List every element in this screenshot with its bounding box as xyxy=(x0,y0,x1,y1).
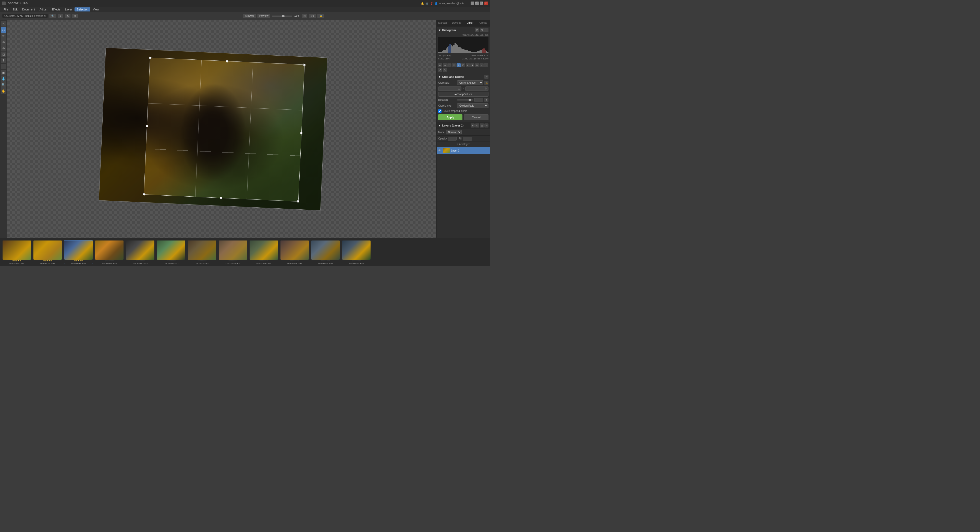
redo-button[interactable]: ↪ xyxy=(443,63,447,67)
layers-header[interactable]: ▼ Layers (Layer 1) ⊞ ⊡ ▤ ⋯ xyxy=(437,122,490,129)
film-item-9[interactable]: 👁 ≡ ☆☆☆☆☆ DSC00294.JPG xyxy=(249,240,278,264)
preview-button[interactable]: Preview xyxy=(258,14,270,18)
canvas-area[interactable] xyxy=(7,20,436,238)
tool-option-10[interactable]: ↗ xyxy=(438,68,442,72)
tool-option-2[interactable]: □ xyxy=(452,63,456,67)
blend-mode-select[interactable]: Normal xyxy=(446,130,462,134)
tab-editor[interactable]: Editor xyxy=(463,20,477,26)
menu-selection[interactable]: Selection xyxy=(75,7,90,11)
tool-option-11[interactable]: ↘ xyxy=(443,68,447,72)
histogram-header[interactable]: ▼ Histogram ⊞ ⊡ ⋯ xyxy=(438,28,488,32)
tab-create[interactable]: Create xyxy=(477,20,490,26)
film-item-11[interactable]: 👁 ≡ ☆☆☆☆☆ DSC00297.JPG xyxy=(311,240,340,264)
delete-pixels-checkbox[interactable] xyxy=(438,110,442,113)
apply-button[interactable]: Apply xyxy=(438,114,463,121)
fullscreen-button[interactable]: ⛶ xyxy=(480,2,484,5)
histogram-tool-1[interactable]: ⊞ xyxy=(475,28,479,32)
refresh-button[interactable]: ↺ xyxy=(58,14,63,18)
brush-tool[interactable]: ✏ xyxy=(1,33,6,39)
film-item-4[interactable]: 👁 ≡ ☆☆☆☆☆ DSC00937.JPG xyxy=(95,240,124,264)
film-item-2[interactable]: 👁 ≡ ★★★★★ DSC00609.JPG xyxy=(33,240,62,264)
fit-button[interactable]: ⊡ xyxy=(302,14,307,18)
text-tool[interactable]: T xyxy=(1,58,6,63)
add-layer-button[interactable]: + Add layer xyxy=(437,142,490,147)
tool-option-1[interactable]: ⬚ xyxy=(447,63,452,67)
crop-rotate-header[interactable]: ▼ Crop and Rotate ⋯ xyxy=(438,75,488,79)
minimize-button[interactable]: ─ xyxy=(471,2,474,5)
image-container[interactable] xyxy=(99,48,328,210)
tool-option-5[interactable]: ✦ xyxy=(466,63,470,67)
film-item-6[interactable]: 👁 ≡ ☆☆☆☆☆ DSC00590.JPG xyxy=(156,240,186,264)
rotation-thumb[interactable] xyxy=(469,99,471,101)
help-icon[interactable]: ❓ xyxy=(430,2,433,5)
crop-rotate-expand[interactable]: ⋯ xyxy=(484,75,488,79)
clone-tool[interactable]: ⊕ xyxy=(1,39,6,45)
rotation-slider[interactable] xyxy=(457,100,473,100)
rotation-reset[interactable]: ↺ xyxy=(484,98,488,102)
film-item-7[interactable]: 👁 ≡ ☆☆☆☆☆ DSC00292.JPG xyxy=(187,240,217,264)
layers-menu[interactable]: ⋯ xyxy=(484,124,488,127)
path-input[interactable] xyxy=(2,14,48,18)
healing-tool[interactable]: ⊛ xyxy=(1,45,6,51)
menu-file[interactable]: File xyxy=(2,7,10,11)
crop-marks-select[interactable]: Golden Ratio xyxy=(457,103,488,108)
film-item-3[interactable]: 👁 ≡ ★★★★★ DSC09914.JPG xyxy=(64,240,93,264)
crop-ratio-lock[interactable]: 🔒 xyxy=(484,81,488,85)
eraser-tool[interactable]: ◻ xyxy=(1,51,6,57)
search-button[interactable]: 🔍 xyxy=(49,14,56,18)
gradient-tool[interactable]: ▣ xyxy=(1,70,6,76)
menu-effects[interactable]: Effects xyxy=(50,7,62,11)
cancel-button[interactable]: Cancel xyxy=(464,114,489,121)
tool-option-7[interactable]: ⊛ xyxy=(475,63,479,67)
film-item-10[interactable]: 👁 ≡ ☆☆☆☆☆ DSC00296.JPG xyxy=(280,240,309,264)
lock-button[interactable]: 🔒 xyxy=(318,14,324,18)
layer-item[interactable]: 👁 Layer 1 xyxy=(437,147,490,154)
cart-icon[interactable]: 🛒 xyxy=(425,2,428,5)
layers-tool-3[interactable]: ▤ xyxy=(480,124,484,127)
notification-icon[interactable]: 🔔 xyxy=(421,2,424,5)
undo-button[interactable]: ↩ xyxy=(438,63,442,67)
grid-button[interactable]: ⊞ xyxy=(72,14,78,18)
menu-edit[interactable]: Edit xyxy=(11,7,20,11)
histogram-menu[interactable]: ⋯ xyxy=(484,28,488,32)
cursor-tool[interactable]: ↖ xyxy=(1,21,6,27)
width-input[interactable] xyxy=(438,86,461,91)
tab-develop[interactable]: Develop xyxy=(450,20,463,26)
opacity-input[interactable]: 100 xyxy=(448,137,457,141)
menu-adjust[interactable]: Adjust xyxy=(38,7,49,11)
height-input[interactable] xyxy=(465,86,488,91)
tool-option-6[interactable]: ◈ xyxy=(470,63,474,67)
film-item-12[interactable]: 👁 ≡ ☆☆☆☆☆ DSC00298.JPG xyxy=(342,240,371,264)
tool-option-4[interactable]: ⊡ xyxy=(461,63,465,67)
eyedropper-tool[interactable]: 💧 xyxy=(1,76,6,82)
film-item-8[interactable]: 👁 ≡ ☆☆☆☆☆ DSC00293.JPG xyxy=(218,240,248,264)
rotation-value[interactable]: 2.6 xyxy=(474,98,484,102)
swap-values-button[interactable]: ⇄ Swap Values xyxy=(438,92,488,97)
menu-layer[interactable]: Layer xyxy=(63,7,74,11)
tool-option-3[interactable]: ⊞ xyxy=(457,63,461,67)
zoom-tool[interactable]: 🔍 xyxy=(1,82,6,88)
film-item-5[interactable]: 👁 ≡ ☆☆☆☆☆ DSC09880.JPG xyxy=(126,240,155,264)
actual-size-button[interactable]: 1:1 xyxy=(309,14,316,18)
zoom-slider[interactable] xyxy=(272,16,292,17)
film-item-1[interactable]: 👁 ≡ ★★★★★ DSC00295.JPG xyxy=(2,240,32,264)
layers-tool-1[interactable]: ⊞ xyxy=(471,124,475,127)
shape-tool[interactable]: ○ xyxy=(1,64,6,69)
menu-document[interactable]: Document xyxy=(20,7,37,11)
layer-visibility-icon[interactable]: 👁 xyxy=(438,149,442,152)
layers-tool-2[interactable]: ⊡ xyxy=(475,124,479,127)
tab-manager[interactable]: Manager xyxy=(437,20,450,26)
zoom-thumb[interactable] xyxy=(282,15,285,17)
close-button[interactable]: ✕ xyxy=(484,2,488,5)
tool-option-8[interactable]: ↔ xyxy=(479,63,484,67)
sort-button[interactable]: ⇅ xyxy=(65,14,70,18)
histogram-tool-2[interactable]: ⊡ xyxy=(480,28,484,32)
menu-view[interactable]: View xyxy=(91,7,101,11)
tool-option-9[interactable]: ↕ xyxy=(484,63,488,67)
browser-button[interactable]: Browser xyxy=(243,14,256,18)
fill-input[interactable]: 100 xyxy=(463,137,472,141)
crop-ratio-select[interactable]: Current Aspect xyxy=(457,80,484,85)
crop-tool active[interactable]: ⬚ xyxy=(1,27,6,33)
pan-tool[interactable]: ✋ xyxy=(1,88,6,94)
restore-button[interactable]: □ xyxy=(475,2,479,5)
